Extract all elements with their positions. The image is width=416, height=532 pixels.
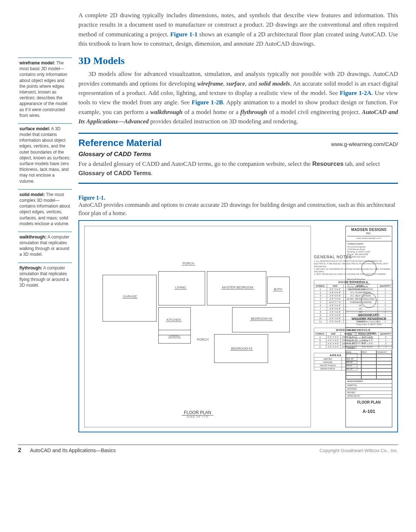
table-cell: 9 bbox=[314, 314, 327, 317]
resources-tab: Resources bbox=[312, 160, 344, 167]
def-term: walkthrough: bbox=[19, 235, 46, 240]
def-walkthrough: walkthrough: A computer simulation that … bbox=[18, 232, 72, 261]
text: For a detailed glossary of CADD and Auto… bbox=[78, 160, 312, 167]
tb-project: WILLCOX RESIDENCE bbox=[347, 317, 390, 320]
tb-issues-h: DATE bbox=[346, 350, 361, 354]
tb-addr: 18204 West Creek Drive Tinley Park, IL 6… bbox=[347, 320, 390, 326]
figure-link[interactable]: Figure 1-1 bbox=[170, 31, 198, 38]
table-cell: 2'-8" X 6'-8" bbox=[327, 314, 343, 317]
term-surface: surface bbox=[226, 80, 245, 87]
table-cell: HEATED bbox=[314, 358, 342, 361]
table-cell: 4 bbox=[314, 297, 327, 301]
def-italic: surfaces bbox=[53, 155, 69, 160]
tb-phone: Phone: 555-232-5555 bbox=[347, 253, 390, 256]
fp-title-text: FLOOR PLAN bbox=[182, 410, 213, 415]
tb-stamp-circle bbox=[361, 293, 376, 308]
figure-1-1: GARAGE LIVING PORCH MASTER BEDROOM BATH … bbox=[78, 220, 398, 432]
mgmt-row: REVISED bbox=[346, 391, 392, 394]
table-cell: 2'-8" X 6'-8" bbox=[327, 294, 343, 297]
table-cell: D bbox=[314, 345, 326, 349]
sidebar-definitions: wireframe model: The most basic 3D model… bbox=[18, 11, 72, 432]
tb-fax: Fax: 555-415-2319 bbox=[347, 342, 390, 345]
fp-scale-text: SCALE: 1/4" = 1'-0" bbox=[182, 415, 213, 418]
figure-link[interactable]: Figure 1-2B bbox=[192, 99, 223, 106]
page-body: wireframe model: The most basic 3D model… bbox=[18, 11, 398, 432]
text: of a model civil engineering project. bbox=[267, 109, 362, 115]
text: tab, and select bbox=[344, 160, 380, 167]
label-bed2: BEDROOM #2 bbox=[250, 317, 273, 321]
def-italic: vertices bbox=[19, 95, 34, 100]
def-body: The most basic 3D model—contains only in… bbox=[19, 60, 67, 95]
reference-title: Reference Material bbox=[78, 137, 162, 149]
def-surface: surface model: A 3D model that contains … bbox=[18, 123, 72, 188]
text: , bbox=[223, 80, 226, 87]
label-living: LIVING bbox=[175, 286, 187, 290]
tb-logo: MADSEN DESIGNS bbox=[347, 228, 390, 232]
table-cell: 2 bbox=[314, 291, 327, 294]
term-solid: solid models bbox=[259, 80, 290, 87]
table-cell: 2'-8" X 6'-8" bbox=[327, 307, 343, 310]
def-term: wireframe model: bbox=[19, 60, 55, 65]
table-cell: 2'-8" X 6'-8" bbox=[327, 310, 343, 314]
label-porch2: PORCH bbox=[196, 338, 209, 341]
table-cell: FRONT PORCH bbox=[314, 364, 342, 367]
glossary-body: For a detailed glossary of CADD and Auto… bbox=[78, 159, 398, 178]
label-bed3: BEDROOM #3 bbox=[230, 347, 253, 351]
glossary-subtitle: Glossary of CADD Terms bbox=[78, 151, 398, 158]
window-h: SYMBOL bbox=[314, 332, 326, 336]
table-cell: 2'-8" X 6'-8" bbox=[327, 291, 343, 294]
table-cell: 2'-8" X 6'-8" bbox=[327, 297, 343, 301]
def-flythrough: flythrough: A computer simulation that r… bbox=[18, 263, 72, 292]
def-term: solid model: bbox=[19, 192, 45, 197]
title-block: MADSEN DESIGNS INC. www.madsendesigns.co… bbox=[345, 226, 392, 427]
book-title: AutoCAD and Its Applications—Basics bbox=[30, 447, 116, 453]
floorplan-drawing: GARAGE LIVING PORCH MASTER BEDROOM BATH … bbox=[84, 226, 311, 427]
tb-fax: Fax: 555-415-2319 bbox=[347, 256, 390, 258]
label-kitchen: KITCHEN bbox=[166, 318, 182, 322]
figure-caption: Figure 1-1. AutoCAD provides commands an… bbox=[78, 195, 398, 217]
page-footer: 2 AutoCAD and Its Applications—Basics Co… bbox=[18, 445, 398, 454]
table-cell: GARAGE bbox=[314, 361, 342, 364]
tb-owner: Goodheart-Willcox Publishers 18204 West … bbox=[347, 332, 390, 340]
figure-description: AutoCAD provides commands and options to… bbox=[78, 201, 398, 217]
def-term: flythrough: bbox=[19, 265, 42, 270]
tb-phone: Phone: 555-232-5555 bbox=[347, 286, 390, 288]
tb-plan-title: FLOOR PLAN bbox=[346, 398, 392, 406]
intro-paragraph: A complete 2D drawing typically includes… bbox=[78, 11, 398, 49]
table-cell: 11 bbox=[314, 320, 327, 323]
tb-inc: INC. bbox=[347, 232, 390, 235]
text: provides detailed instruction on 3D mode… bbox=[149, 118, 298, 125]
reference-url[interactable]: www.g-wlearning.com/CAD/ bbox=[331, 141, 398, 147]
tb-phone: Phone: 555-232-5555 bbox=[347, 340, 390, 342]
label-dining: DINING bbox=[168, 334, 181, 338]
floorplan-title: FLOOR PLAN SCALE: 1/4" = 1'-0" bbox=[182, 409, 213, 418]
reference-material-box: Reference Material www.g-wlearning.com/C… bbox=[78, 133, 398, 184]
heading-3d-models: 3D Models bbox=[78, 55, 398, 67]
tb-se: Structural Engineer 1234 Brooks Road Bui… bbox=[347, 246, 390, 254]
table-cell: 8 bbox=[314, 310, 327, 314]
tb-management: MANAGEMENT bbox=[346, 379, 392, 383]
mgmt-row: APPROVED BY bbox=[346, 394, 392, 398]
table-cell: 6 bbox=[314, 304, 327, 307]
term-flythrough: flythrough bbox=[240, 109, 267, 115]
door-h: SIZE bbox=[327, 285, 343, 288]
def-term: surface model: bbox=[19, 126, 50, 131]
figure-link[interactable]: Figure 1-2A bbox=[340, 90, 371, 96]
text: , and bbox=[245, 80, 259, 87]
mgmt-row: SUBMITTAL bbox=[346, 383, 392, 387]
tb-issues-h: ISSUED BY bbox=[376, 350, 392, 354]
mgmt-row: REVIEWED bbox=[346, 387, 392, 391]
table-cell: 2'-8" X 6'-8" bbox=[327, 304, 343, 307]
table-cell: 4'-0" X 4'-0" bbox=[326, 339, 340, 342]
table-cell: REAR PORCH bbox=[314, 367, 342, 370]
page-number: 2 bbox=[18, 447, 21, 453]
door-h: SYMBOL bbox=[314, 285, 327, 288]
label-bath: BATH bbox=[273, 287, 283, 291]
main-content: A complete 2D drawing typically includes… bbox=[78, 11, 398, 432]
tb-fax: Fax: 555-415-2319 bbox=[347, 288, 390, 291]
term-wireframe: wireframe bbox=[197, 80, 223, 87]
def-wireframe: wireframe model: The most basic 3D model… bbox=[18, 58, 72, 122]
def-solid: solid model: The most complex 3D model—c… bbox=[18, 189, 72, 230]
label-porch: PORCH bbox=[182, 262, 195, 265]
table-cell: C bbox=[314, 342, 326, 345]
